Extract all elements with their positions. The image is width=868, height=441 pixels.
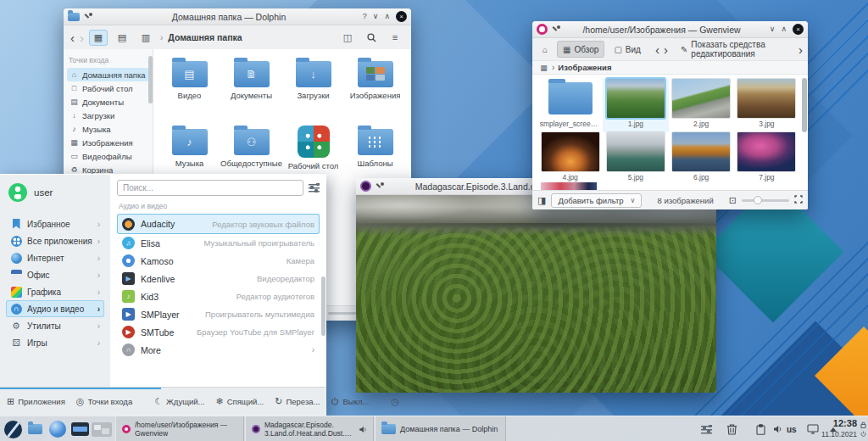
desktop[interactable]: Домашняя папка — Dolphin ? ∨ ∧ × ‹ › ▦ ▤… xyxy=(0,0,868,441)
gwenview-thumbnail-view[interactable]: smplayer_screensh... 1.jpg 2.jpg 3.jpg 4… xyxy=(532,75,808,190)
folder-item-downloads[interactable]: ↓ Загрузки xyxy=(282,58,344,120)
app-item-smplayer[interactable]: ▶ SMPlayer Проигрыватель мультимедиа xyxy=(117,305,320,323)
clipboard-tray-icon[interactable] xyxy=(751,416,770,441)
thumb-3[interactable]: 3.jpg xyxy=(734,79,799,132)
mixer-tray-icon[interactable] xyxy=(697,416,715,441)
user-header[interactable]: user xyxy=(5,183,105,202)
apps-scrollbar[interactable] xyxy=(321,276,326,336)
minimize-button[interactable]: ∨ xyxy=(770,25,776,33)
sidebar-item-pictures[interactable]: ▦ Изображения xyxy=(67,136,149,149)
sidebar-item-documents[interactable]: ▤ Документы xyxy=(67,95,149,109)
category-all-apps[interactable]: Все приложения › xyxy=(6,232,104,249)
thumb-7[interactable]: 7.jpg xyxy=(734,132,799,186)
category-favorites[interactable]: Избранное › xyxy=(6,215,104,232)
sidebar-item-home[interactable]: ⌂ Домашняя папка xyxy=(67,68,149,81)
folder-item-documents[interactable]: 🗎 Документы xyxy=(220,58,282,120)
edit-tools-button[interactable]: ✎ Показать средства редактирования xyxy=(676,41,790,58)
sidebar-item-downloads[interactable]: ↓ Загрузки xyxy=(67,109,149,122)
app-item-audacity[interactable]: Audacity Редактор звуковых файлов xyxy=(117,214,320,234)
zoom-slider-handle[interactable] xyxy=(754,196,762,204)
gwenview-breadcrumb[interactable]: ▦ › Изображения xyxy=(532,60,808,75)
add-filter-button[interactable]: Добавить фильтр ∨ xyxy=(551,193,642,208)
thumb-5[interactable]: 5.jpg xyxy=(603,132,668,186)
thumbnail-zoom-slider[interactable] xyxy=(742,199,789,202)
thumb-2[interactable]: 2.jpg xyxy=(669,79,734,132)
category-graphics[interactable]: Графика › xyxy=(6,283,104,300)
maximize-button[interactable]: ∧ xyxy=(781,25,787,33)
toolbar-overflow-icon[interactable]: › xyxy=(798,43,803,56)
thumb-4[interactable]: 4.jpg xyxy=(537,132,603,186)
thumb-folder[interactable]: smplayer_screensh... xyxy=(537,79,603,132)
digital-clock[interactable]: 12:38 11.10.2021 xyxy=(821,418,857,438)
details-view-button[interactable]: ▤ xyxy=(113,30,131,46)
tab-places[interactable]: ◎ Точки входа xyxy=(76,397,132,406)
sidebar-item-music[interactable]: ♪ Музыка xyxy=(67,122,149,136)
pager-widget[interactable] xyxy=(92,419,112,439)
breadcrumb[interactable]: Домашняя папка xyxy=(168,32,242,42)
category-audio-video[interactable]: ∩ Аудио и видео › xyxy=(6,300,104,317)
minimize-button[interactable]: ∨ xyxy=(373,13,379,20)
restart-button[interactable]: ↻ Переза... xyxy=(275,397,320,406)
app-item-kdenlive[interactable]: ▶ Kdenlive Видеоредактор xyxy=(117,270,320,287)
thumb-1[interactable]: 1.jpg xyxy=(603,79,668,132)
sidebar-item-desktop[interactable]: □ Рабочий стол xyxy=(67,81,149,95)
folder-item-pictures[interactable]: Изображения xyxy=(344,58,406,120)
app-item-more[interactable]: ∩ More › xyxy=(117,341,320,359)
media-player-button[interactable] xyxy=(70,419,90,439)
shutdown-button[interactable]: Выкл... xyxy=(331,397,369,407)
app-item-kid3[interactable]: ♪ Kid3 Редактор аудиотегов xyxy=(117,287,320,305)
thumbnail-scrollbar[interactable] xyxy=(802,78,807,132)
category-internet[interactable]: Интернет › xyxy=(6,249,104,266)
forward-button[interactable]: › xyxy=(80,31,84,44)
pin-icon[interactable] xyxy=(85,13,92,20)
search-input[interactable] xyxy=(117,180,303,196)
browser-button[interactable] xyxy=(47,419,68,439)
next-image-button[interactable]: › xyxy=(664,43,668,56)
category-office[interactable]: Офис › xyxy=(6,266,104,283)
folder-item-video[interactable]: ▤ Видео xyxy=(159,58,220,120)
user-avatar[interactable] xyxy=(8,183,27,202)
home-button[interactable]: ⌂ xyxy=(537,41,553,58)
display-tray-icon[interactable] xyxy=(804,416,822,441)
filter-sliders-icon[interactable] xyxy=(309,183,320,193)
pin-icon[interactable] xyxy=(553,25,560,33)
split-view-icon[interactable]: ◫ xyxy=(338,30,357,46)
thumb-8-partial[interactable] xyxy=(541,182,597,190)
maximize-button[interactable]: ∧ xyxy=(384,13,390,20)
task-gwenview[interactable]: /home/user/Изображения — Gwenview xyxy=(115,416,244,441)
app-item-kamoso[interactable]: Kamoso Камера xyxy=(117,252,320,270)
task-smplayer[interactable]: Madagascar.Episode. 3.Land.of.Heat.and.D… xyxy=(245,416,374,441)
task-dolphin[interactable]: Домашняя папка — Dolphin xyxy=(375,416,506,441)
gwenview-titlebar[interactable]: /home/user/Изображения — Gwenview ∨ ∧ × xyxy=(532,21,808,38)
close-button[interactable]: × xyxy=(793,24,804,35)
volume-tray-icon[interactable] xyxy=(768,416,787,441)
previous-image-button[interactable]: ‹ xyxy=(655,43,659,56)
pin-icon[interactable] xyxy=(376,182,384,190)
hamburger-menu-icon[interactable]: ≡ xyxy=(386,30,404,46)
help-button[interactable]: ? xyxy=(363,13,367,20)
thumb-6[interactable]: 6.jpg xyxy=(669,132,734,186)
keyboard-layout-indicator[interactable]: us xyxy=(787,416,797,441)
sidebar-scrollbar[interactable] xyxy=(148,56,153,103)
trash-tray-icon[interactable] xyxy=(722,416,741,441)
back-button[interactable]: ‹ xyxy=(70,31,75,44)
sidebar-toggle-icon[interactable]: ◨ xyxy=(537,195,546,206)
sidebar-item-videos[interactable]: ▭ Видеофайлы xyxy=(67,149,149,163)
app-launcher-button[interactable] xyxy=(3,419,23,439)
tab-applications[interactable]: ⊞ Приложения xyxy=(7,397,65,406)
close-button[interactable]: × xyxy=(396,11,407,22)
tree-view-button[interactable]: ▥ xyxy=(136,30,155,46)
app-item-elisa[interactable]: ♫ Elisa Музыкальный проигрыватель xyxy=(117,234,320,252)
view-tab[interactable]: ▢ Вид xyxy=(609,41,646,58)
app-item-smtube[interactable]: ▶ SMTube Браузер YouTube для SMPlayer xyxy=(117,323,320,341)
icons-view-button[interactable]: ▦ xyxy=(89,30,108,46)
panel-edge-widget[interactable] xyxy=(859,416,868,441)
zoom-fit-icon[interactable]: ⊡ xyxy=(729,195,737,206)
standby-button[interactable]: ☾ Ждущий... xyxy=(154,397,204,406)
category-games[interactable]: ⚄ Игры › xyxy=(6,334,104,351)
session-icon[interactable]: ◷ xyxy=(391,397,399,406)
category-utilities[interactable]: ⚙ Утилиты › xyxy=(6,317,104,334)
browse-tab[interactable]: ▦ Обзор xyxy=(557,41,604,58)
video-playback-area[interactable] xyxy=(356,195,716,393)
fullscreen-icon[interactable] xyxy=(794,195,803,205)
